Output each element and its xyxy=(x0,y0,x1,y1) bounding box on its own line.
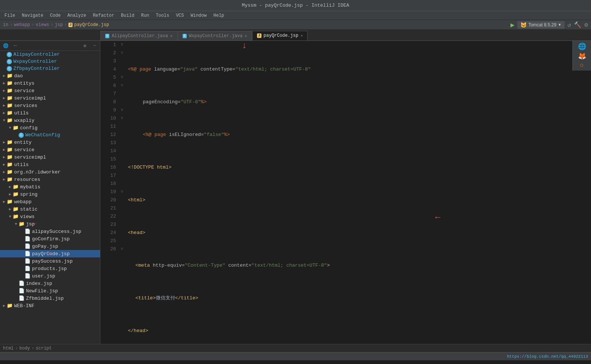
folder-icon: 📁 xyxy=(7,139,13,145)
menu-file[interactable]: File xyxy=(1,12,18,19)
fold-10[interactable]: ▽ xyxy=(119,114,125,123)
settings-button[interactable]: ⚙ xyxy=(584,21,588,29)
menu-navigate[interactable]: Navigate xyxy=(19,12,46,19)
fold-1[interactable]: ▽ xyxy=(119,41,125,49)
sidebar-item-serviceimpl[interactable]: ▶ 📁 serviceimpl xyxy=(0,94,100,102)
breadcrumb-webapp[interactable]: webapp xyxy=(14,22,30,27)
menu-code[interactable]: Code xyxy=(47,12,64,19)
sidebar-item-mybatis[interactable]: ▶ 📁 mybatis xyxy=(0,183,100,191)
menu-run[interactable]: Run xyxy=(138,12,152,19)
tree-arrow-config: ▼ xyxy=(7,126,13,130)
sidebar-item-serviceimpl2[interactable]: ▶ 📁 serviceimpl xyxy=(0,153,100,161)
file-icon: 📄 xyxy=(19,280,25,286)
run-button[interactable]: ▶ xyxy=(511,21,515,29)
sidebar-item-utils[interactable]: ▶ 📁 utils xyxy=(0,109,100,117)
sidebar-item-index[interactable]: 📄 index.jsp xyxy=(0,280,100,287)
file-icon: 📄 xyxy=(25,266,30,272)
sidebar-item-alipayjsp[interactable]: 📄 alipaySuccess.jsp xyxy=(0,228,100,235)
sidebar-item-wxapliy[interactable]: ▼ 📁 wxapliy xyxy=(0,117,100,124)
sidebar-item-goconfirm[interactable]: 📄 goConfirm.jsp xyxy=(0,235,100,243)
sidebar-item-webinf[interactable]: ▶ 📁 WEB-INF xyxy=(0,302,100,309)
sidebar-item-dao[interactable]: ▶ 📁 dao xyxy=(0,72,100,79)
sidebar-expand-icon[interactable]: ↔ xyxy=(11,42,19,50)
sidebar-item-newfile[interactable]: 📄 NewFile.jsp xyxy=(0,287,100,295)
sidebar-item-views[interactable]: ▼ 📁 views xyxy=(0,213,100,220)
breadcrumb-body[interactable]: body xyxy=(19,346,30,351)
sidebar-item-entitys[interactable]: ▶ 📁 entitys xyxy=(0,79,100,87)
sidebar-item-zfbmiddel[interactable]: 📄 Zfbmiddel.jsp xyxy=(0,295,100,302)
fold-8 xyxy=(119,98,125,106)
opera-icon[interactable]: ○ xyxy=(580,62,584,69)
sidebar-item-static[interactable]: ▶ 📁 static xyxy=(0,205,100,213)
sidebar-collapse-icon[interactable]: − xyxy=(90,42,99,50)
gutter: ▽ ▽ ▽ ▽ ▽ ▽ ▽ xyxy=(119,41,125,344)
sidebar-item-idworker[interactable]: ▶ 📁 org.n3r.idworker xyxy=(0,168,100,176)
tomcat-selector[interactable]: 🐱 Tomcat 8.5.29 ▼ xyxy=(517,21,564,29)
firefox-icon[interactable]: 🦊 xyxy=(578,52,586,60)
menu-help[interactable]: Help xyxy=(211,12,227,19)
menu-analyze[interactable]: Analyze xyxy=(64,12,89,19)
sidebar-item-jsp-folder[interactable]: ▼ 📁 jsp ← xyxy=(0,220,100,228)
sidebar-item-paysuccess[interactable]: 📄 paySuccess.jsp xyxy=(0,257,100,265)
fold-4 xyxy=(119,65,125,74)
fold-5[interactable]: ▽ xyxy=(119,74,125,82)
fold-14 xyxy=(119,147,125,155)
sidebar-item-payqrcode-file[interactable]: 📄 payQrCode.jsp ← xyxy=(0,250,100,257)
sidebar-item-wxpay[interactable]: C WxpayController xyxy=(0,58,100,65)
fold-19[interactable]: ▽ xyxy=(119,188,125,196)
fold-20 xyxy=(119,196,125,204)
refresh-button[interactable]: ↺ xyxy=(568,21,571,29)
fold-17 xyxy=(119,172,125,180)
class-icon-wechat: C xyxy=(19,133,24,138)
folder-icon: 📁 xyxy=(7,147,13,153)
fold-2[interactable]: ▽ xyxy=(119,49,125,57)
sidebar-item-webapp[interactable]: ▶ 📁 webapp xyxy=(0,198,100,205)
sidebar-item-gopay[interactable]: 📄 goPay.jsp xyxy=(0,243,100,250)
sidebar-item-entity[interactable]: ▶ 📁 entity xyxy=(0,139,100,146)
sidebar-item-spring[interactable]: ▶ 📁 spring xyxy=(0,191,100,198)
code-line-6: <head> xyxy=(128,229,588,237)
sidebar-globe-icon[interactable]: 🌐 xyxy=(1,42,10,50)
tab-wxpay[interactable]: C WxpayController.java ✕ xyxy=(178,31,252,40)
tab-alipay-close[interactable]: ✕ xyxy=(170,34,173,38)
sidebar-item-service[interactable]: ▶ 📁 service xyxy=(0,87,100,94)
sidebar-item-service2[interactable]: ▶ 📁 service xyxy=(0,146,100,153)
sidebar-item-products[interactable]: 📄 products.jsp xyxy=(0,265,100,272)
file-icon: 📄 xyxy=(25,273,30,279)
folder-icon: 📁 xyxy=(7,303,13,309)
menu-refactor[interactable]: Refactor xyxy=(90,12,118,19)
menu-vcs[interactable]: VCS xyxy=(173,12,187,19)
sidebar-item-alipay[interactable]: C AlipayController xyxy=(0,51,100,58)
fold-6[interactable]: ▽ xyxy=(119,82,125,90)
tab-wxpay-close[interactable]: ✕ xyxy=(245,34,247,38)
tab-alipay[interactable]: C AlipayController.java ✕ xyxy=(100,31,177,40)
tab-payqrcode-close[interactable]: ✕ xyxy=(301,33,303,38)
chrome-icon[interactable]: 🌐 xyxy=(578,42,586,51)
sidebar-item-zfbpay[interactable]: C ZfbpayController xyxy=(0,65,100,72)
code-content[interactable]: <%@ page language="java" contentType="te… xyxy=(125,41,591,344)
fold-9[interactable]: ▽ xyxy=(119,106,125,114)
tab-payqrcode[interactable]: J payQrCode.jsp ✕ xyxy=(252,31,308,40)
tree-arrow-wxapliy: ▼ xyxy=(1,118,7,123)
sidebar-settings-icon[interactable]: ⚙ xyxy=(81,42,89,50)
editor[interactable]: ↑ ← 1 2 3 4 5 6 7 8 9 10 11 12 13 14 15 … xyxy=(100,41,591,344)
sidebar-item-wechatconfig[interactable]: C WeChatConfig xyxy=(0,131,100,139)
file-icon: 📄 xyxy=(25,258,30,264)
sidebar-item-resources[interactable]: ▶ 📁 resources xyxy=(0,176,100,183)
sidebar-item-utils2[interactable]: ▶ 📁 utils xyxy=(0,161,100,168)
breadcrumb-jsp[interactable]: jsp xyxy=(55,22,63,27)
arrow-payqr: ← xyxy=(48,250,52,257)
menu-build[interactable]: Build xyxy=(118,12,137,19)
breadcrumb-script[interactable]: script xyxy=(36,346,52,351)
title-text: Myssm - payQrCode.jsp - IntelliJ IDEA xyxy=(242,3,349,8)
fold-18 xyxy=(119,180,125,188)
breadcrumb-html[interactable]: html xyxy=(3,346,14,351)
fold-26[interactable]: ▽ xyxy=(119,245,125,253)
sidebar-item-config[interactable]: ▼ 📁 config xyxy=(0,124,100,131)
sidebar-item-user[interactable]: 📄 user.jsp xyxy=(0,272,100,280)
menu-window[interactable]: Window xyxy=(188,12,210,19)
breadcrumb-views[interactable]: views xyxy=(36,22,49,27)
sidebar-item-services[interactable]: ▶ 📁 services xyxy=(0,102,100,109)
menu-tools[interactable]: Tools xyxy=(153,12,172,19)
build-button[interactable]: 🔨 xyxy=(574,21,581,29)
